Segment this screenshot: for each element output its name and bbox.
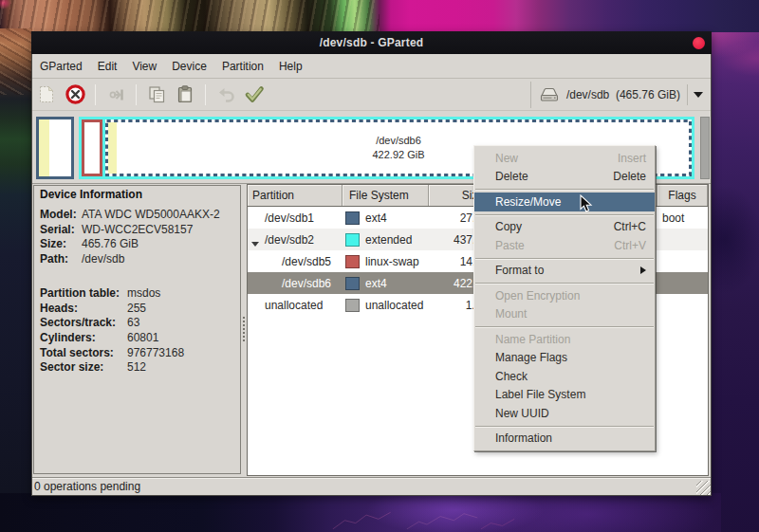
menu-edit[interactable]: Edit (90, 56, 125, 77)
info-label: Partition table: (40, 286, 127, 302)
close-button[interactable] (693, 37, 705, 49)
info-label: Size: (40, 237, 82, 252)
cell-filesystem: unallocated (342, 299, 429, 312)
combo-dropdown-icon (694, 92, 703, 98)
mouse-cursor (580, 194, 593, 213)
menu-separator (474, 186, 655, 193)
column-header-filesystem[interactable]: File System (342, 185, 429, 206)
delete-icon (65, 84, 85, 104)
info-label: Sectors/track: (40, 316, 127, 331)
info-value: 63 (127, 316, 240, 331)
info-value: ATA WDC WD5000AAKX-2 (82, 208, 240, 223)
info-value: WD-WCC2ECV58157 (82, 223, 240, 238)
diskbar-segment-sdb1[interactable] (36, 117, 74, 179)
window-title: /dev/sdb - GParted (320, 36, 424, 49)
cell-filesystem: extended (342, 233, 429, 247)
fs-color-swatch (345, 277, 360, 290)
copy-button[interactable] (142, 82, 171, 108)
menu-item-new: NewInsert (474, 149, 655, 168)
apply-button[interactable] (240, 82, 268, 108)
cell-flags: boot (657, 211, 708, 225)
menu-item-name-partition: Name Partition (474, 330, 655, 349)
menu-separator (474, 423, 655, 430)
info-value: 255 (127, 302, 240, 317)
new-partition-icon (37, 84, 56, 104)
menu-device[interactable]: Device (164, 56, 214, 77)
info-value: /dev/sdb (82, 252, 240, 267)
device-selector[interactable]: /dev/sdb (465.76 GiB) (530, 82, 707, 108)
device-info-group2: Partition table:msdos Heads:255 Sectors/… (40, 286, 240, 376)
menu-help[interactable]: Help (271, 56, 310, 77)
menu-partition[interactable]: Partition (214, 56, 271, 77)
info-label: Sector size: (40, 360, 127, 376)
info-value: msdos (127, 286, 240, 302)
wallpaper-top (0, 0, 759, 32)
menu-separator (474, 255, 655, 262)
statusbar: 0 operations pending (32, 477, 711, 495)
menu-item-check[interactable]: Check (474, 367, 655, 386)
info-label: Path: (40, 252, 82, 267)
menu-item-resize-move[interactable]: Resize/Move (474, 193, 655, 211)
menu-item-copy[interactable]: CopyCtrl+C (474, 218, 655, 237)
partition-context-menu: NewInsert DeleteDelete Resize/Move CopyC… (473, 145, 656, 451)
toolbar-separator (205, 84, 206, 105)
toolbar: /dev/sdb (465.76 GiB) (32, 79, 711, 111)
menu-item-new-uuid[interactable]: New UUID (474, 404, 655, 423)
menubar: GParted Edit View Device Partition Help (32, 54, 711, 79)
fs-color-swatch (345, 255, 360, 268)
info-label: Model: (40, 208, 82, 223)
paste-icon (176, 84, 195, 104)
delete-partition-button[interactable] (61, 82, 89, 108)
menu-separator (474, 211, 655, 218)
new-partition-button[interactable] (32, 82, 61, 108)
info-label: Total sectors: (40, 346, 127, 361)
cell-partition: /dev/sdb2 (248, 233, 342, 247)
info-value: 60801 (127, 331, 240, 346)
resize-grip[interactable] (696, 481, 711, 495)
paste-button[interactable] (171, 82, 199, 108)
combo-separator (687, 84, 688, 105)
diskbar-segment-unallocated[interactable] (700, 117, 710, 179)
menu-item-delete[interactable]: DeleteDelete (474, 168, 655, 187)
info-value: 465.76 GiB (82, 237, 240, 252)
menu-separator (474, 323, 655, 330)
cell-partition: /dev/sdb5 (248, 255, 342, 268)
device-info-title: Device Information (40, 188, 240, 201)
cell-filesystem: ext4 (342, 277, 429, 290)
cell-filesystem: linux-swap (342, 255, 429, 268)
column-header-flags[interactable]: Flags (657, 185, 708, 206)
menu-item-manage-flags[interactable]: Manage Flags (474, 349, 655, 368)
toolbar-separator (136, 84, 137, 105)
fs-color-swatch (345, 211, 360, 225)
wallpaper-right (710, 0, 759, 532)
diskbar-segment-sdb5[interactable] (82, 119, 102, 176)
info-label: Cylinders: (40, 331, 127, 346)
copy-icon (147, 84, 167, 104)
status-text: 0 operations pending (34, 480, 140, 493)
gparted-window: /dev/sdb - GParted GParted Edit View Dev… (31, 31, 712, 496)
menu-separator (474, 280, 655, 286)
device-selector-value: /dev/sdb (465.76 GiB) (566, 88, 680, 101)
wallpaper-lightning (294, 508, 560, 529)
undo-icon (215, 85, 236, 104)
menu-view[interactable]: View (124, 56, 164, 77)
cell-partition: unallocated (248, 299, 342, 312)
undo-button[interactable] (212, 82, 240, 108)
info-value: 512 (127, 360, 240, 376)
info-label: Serial: (40, 223, 82, 238)
expander-icon[interactable] (251, 242, 259, 247)
menu-gparted[interactable]: GParted (32, 56, 90, 77)
menu-item-label-file-system[interactable]: Label File System (474, 386, 655, 405)
menu-item-format-to[interactable]: Format to (474, 262, 655, 281)
cell-partition: /dev/sdb6 (248, 277, 342, 290)
info-label: Heads: (40, 302, 127, 317)
harddisk-icon (539, 86, 560, 102)
cell-partition: /dev/sdb1 (248, 211, 342, 225)
pane-splitter[interactable] (241, 184, 247, 477)
menu-item-open-encryption: Open Encryption (474, 286, 655, 305)
column-header-partition[interactable]: Partition (248, 185, 342, 206)
menu-item-information[interactable]: Information (474, 430, 655, 449)
splitter-handle (243, 317, 245, 343)
titlebar[interactable]: /dev/sdb - GParted (31, 31, 712, 54)
resize-move-button[interactable] (102, 82, 130, 108)
